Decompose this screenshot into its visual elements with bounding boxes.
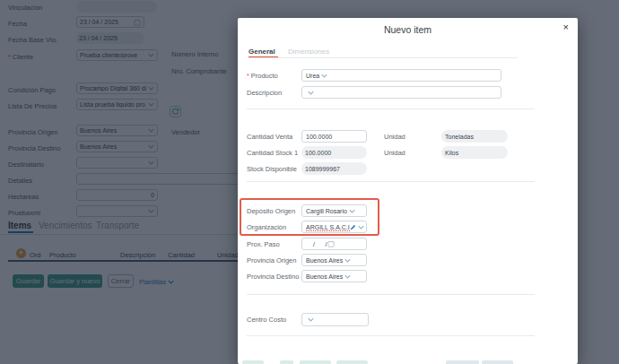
modal-tabs-divider [248, 57, 518, 58]
deposito-origen-label: Depósito Origen [247, 207, 295, 215]
chevron-down-icon [358, 225, 364, 230]
chevron-down-icon [308, 317, 314, 322]
cantidad-stock-label: Cantidad Stock 1 [247, 149, 298, 157]
section-divider [247, 108, 535, 109]
producto-value: Urea [306, 73, 319, 79]
footer-button-sliver[interactable] [242, 360, 264, 364]
app-window: Vinculación Fecha 23 / 04 / 2025 Fecha B… [0, 0, 619, 364]
deposito-origen-value: Cargill Rosario [306, 208, 347, 214]
footer-button-sliver[interactable] [446, 360, 479, 364]
section-divider [247, 294, 535, 295]
chevron-down-icon [308, 91, 314, 95]
cantidad-stock-value: 100.0000 [305, 150, 331, 156]
modal-title: Nuevo item [238, 24, 578, 35]
organizacion-combobox[interactable]: ARGILL S.A.C.I [301, 221, 367, 233]
centro-costo-label: Centro Costo [247, 316, 286, 324]
section-divider [247, 181, 535, 182]
chevron-down-icon [344, 274, 351, 279]
chevron-down-icon [344, 258, 351, 263]
modal-provincia-destino-select[interactable]: Buenos Aires [301, 270, 367, 282]
unidad-venta-label: Unidad [384, 133, 405, 141]
section-divider [247, 335, 535, 336]
prox-paso-value: / / [306, 241, 327, 247]
cantidad-venta-input[interactable]: 100.0000 [301, 130, 367, 143]
tab-general[interactable]: General [248, 48, 275, 56]
footer-button-sliver[interactable] [482, 360, 513, 364]
modal-provincia-origen-select[interactable]: Buenos Aires [301, 254, 367, 266]
cantidad-venta-label: Cantidad Venta [247, 133, 292, 141]
modal-provincia-origen-label: Provincia Origen [247, 256, 296, 264]
unidad-stock-value: Kilos [445, 150, 458, 156]
calendar-icon[interactable] [327, 240, 335, 247]
descripcion-select[interactable] [301, 86, 501, 99]
prox-paso-label: Prox. Paso [247, 240, 280, 248]
nuevo-item-modal: Nuevo item × General Dimensiones Product… [238, 18, 578, 364]
stock-disponible-field: 1089999967 [301, 162, 367, 175]
close-icon[interactable]: × [563, 22, 569, 32]
modal-provincia-origen-value: Buenos Aires [306, 257, 343, 264]
cantidad-venta-value: 100.0000 [306, 134, 332, 140]
chevron-down-icon [321, 74, 327, 78]
unidad-stock-label: Unidad [384, 149, 405, 157]
footer-button-sliver[interactable] [280, 360, 293, 364]
descripcion-label: Descripcion [247, 89, 282, 97]
centro-costo-select[interactable] [301, 313, 369, 326]
modal-provincia-destino-value: Buenos Aires [306, 273, 343, 280]
unidad-venta-value: Toneladas [445, 134, 474, 140]
producto-label: Producto [247, 72, 278, 80]
edit-pencil-icon[interactable] [350, 224, 356, 230]
modal-provincia-destino-label: Provincia Destino [247, 273, 299, 281]
stock-disponible-label: Stock Disponible [247, 165, 297, 173]
prox-paso-date-input[interactable]: / / [301, 238, 367, 250]
stock-disponible-value: 1089999967 [305, 166, 340, 172]
producto-select[interactable]: Urea [301, 69, 501, 82]
tab-dimensiones[interactable]: Dimensiones [288, 48, 329, 56]
deposito-origen-select[interactable]: Cargill Rosario [301, 204, 367, 217]
footer-button-sliver[interactable] [300, 360, 331, 364]
organizacion-label: Organización [247, 223, 286, 231]
chevron-down-icon [349, 209, 355, 213]
cantidad-stock-field: 100.0000 [301, 146, 367, 159]
organizacion-value: ARGILL S.A.C.I [306, 224, 350, 231]
unidad-venta-field: Toneladas [441, 130, 508, 143]
unidad-stock-field: Kilos [441, 146, 508, 159]
footer-button-sliver[interactable] [336, 360, 368, 364]
